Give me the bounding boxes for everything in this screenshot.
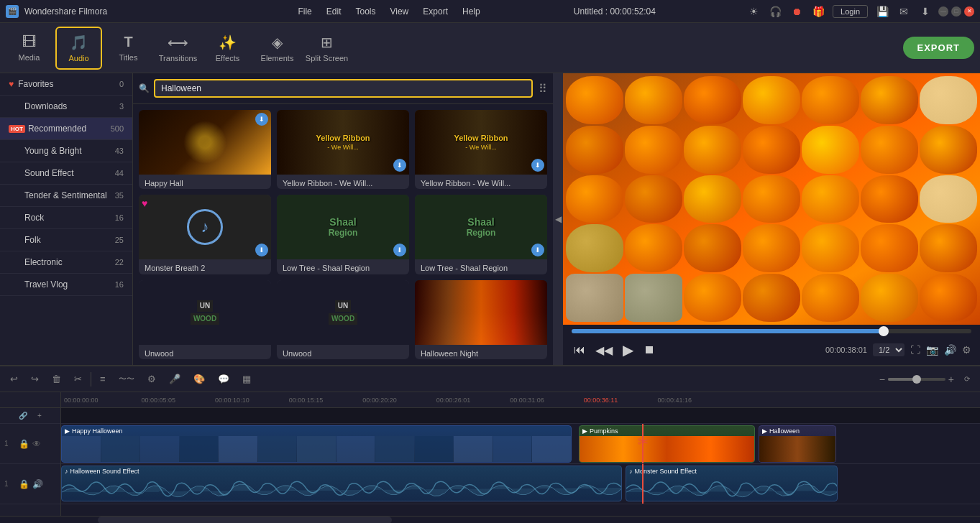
mosaic-button[interactable]: ▦ bbox=[238, 371, 255, 387]
subtitle-button[interactable]: 💬 bbox=[214, 371, 234, 387]
rewind-to-start-button[interactable]: ⏮ bbox=[572, 341, 587, 358]
sun-icon[interactable]: ☀ bbox=[746, 4, 761, 19]
stop-button[interactable]: ⏹ bbox=[641, 341, 657, 358]
category-item-folk[interactable]: Folk 25 bbox=[0, 229, 132, 251]
audio-card-yellow-ribbon-1[interactable]: Yellow Ribbon - We Will... ⬇ Yellow Ribb… bbox=[277, 110, 409, 189]
audio-card-happy-hall[interactable]: ⬇ Happy Hall bbox=[139, 110, 271, 189]
menu-file[interactable]: File bbox=[295, 5, 314, 18]
settings-preview-button[interactable]: ⚙ bbox=[962, 344, 971, 356]
tool-transitions[interactable]: ⟷ Transitions bbox=[155, 27, 201, 70]
waveform-button[interactable]: 〜〜 bbox=[114, 371, 139, 387]
tool-audio[interactable]: 🎵 Audio bbox=[55, 27, 102, 70]
cat-rock-label: Rock bbox=[24, 213, 115, 223]
audio-card-halloween-night[interactable]: Halloween Night bbox=[415, 280, 547, 359]
email-icon[interactable]: ✉ bbox=[897, 4, 911, 19]
tool-split-screen[interactable]: ⊞ Split Screen bbox=[303, 27, 350, 70]
maximize-button[interactable]: □ bbox=[951, 6, 961, 17]
delete-button[interactable]: 🗑 bbox=[47, 371, 65, 387]
pumpkin-thumbnail-bg bbox=[580, 436, 754, 462]
scrollbar-thumb[interactable] bbox=[98, 517, 392, 523]
tool-effects[interactable]: ✨ Effects bbox=[204, 27, 251, 70]
redo-button[interactable]: ↪ bbox=[27, 371, 43, 387]
close-button[interactable]: ✕ bbox=[964, 6, 974, 17]
audio-card-shaal-2[interactable]: Shaal Region ⬇ Low Tree - Shaal Region bbox=[415, 195, 547, 274]
track-lock-icon-1[interactable]: 🔒 bbox=[19, 439, 29, 449]
download-badge-1[interactable]: ⬇ bbox=[255, 113, 268, 126]
category-item-rock[interactable]: Rock 16 bbox=[0, 207, 132, 229]
category-item-travel-vlog[interactable]: Travel Vlog 16 bbox=[0, 274, 132, 296]
audio-clip-halloween-sound[interactable]: ♪ Halloween Sound Effect bbox=[61, 466, 622, 501]
snap-button[interactable]: ⚙ bbox=[143, 371, 160, 387]
playhead-scissors: ✂ bbox=[642, 424, 644, 463]
panel-collapse-arrow[interactable]: ◀ bbox=[553, 73, 563, 365]
menu-export[interactable]: Export bbox=[420, 5, 451, 18]
zoom-thumb[interactable] bbox=[912, 375, 921, 384]
tool-titles[interactable]: T Titles bbox=[105, 27, 152, 70]
step-back-button[interactable]: ◀◀ bbox=[593, 341, 615, 359]
zoom-bar[interactable] bbox=[888, 378, 945, 381]
hot-badge: HOT bbox=[9, 125, 25, 133]
download-badge-3[interactable]: ⬇ bbox=[531, 159, 544, 172]
audio-card-yellow-ribbon-2[interactable]: Yellow Ribbon - We Will... ⬇ Yellow Ribb… bbox=[415, 110, 547, 189]
download-icon[interactable]: ⬇ bbox=[918, 4, 933, 19]
timeline-scrollbar[interactable] bbox=[0, 516, 980, 523]
zoom-in-button[interactable]: + bbox=[948, 374, 954, 385]
menu-help[interactable]: Help bbox=[459, 5, 483, 18]
category-item-downloads[interactable]: Downloads 3 bbox=[0, 96, 132, 118]
gift-icon[interactable]: 🎁 bbox=[811, 4, 825, 19]
progress-bar-container[interactable] bbox=[572, 329, 971, 333]
audio-clip-monster-sound[interactable]: ♪ Monster Sound Effect bbox=[626, 466, 838, 501]
ratio-select[interactable]: 1/2 1/1 1/4 bbox=[873, 343, 905, 356]
audio-playhead bbox=[642, 464, 644, 504]
menu-view[interactable]: View bbox=[387, 5, 411, 18]
download-badge-2[interactable]: ⬇ bbox=[393, 159, 406, 172]
category-item-favorites[interactable]: ♥ Favorites 0 bbox=[0, 73, 132, 96]
record-voiceover-button[interactable]: 🎤 bbox=[165, 371, 185, 387]
audio-track-volume-icon-1[interactable]: 🔊 bbox=[32, 479, 43, 489]
export-button[interactable]: EXPORT bbox=[903, 37, 974, 59]
halloween-thumbnail-bg bbox=[759, 436, 835, 462]
category-item-tender[interactable]: Tender & Sentimental 35 bbox=[0, 185, 132, 207]
headphones-icon[interactable]: 🎧 bbox=[768, 4, 782, 19]
video-clip-happy-halloween[interactable]: ▶ Happy Halloween bbox=[61, 425, 572, 463]
undo-button[interactable]: ↩ bbox=[6, 371, 22, 387]
tool-elements[interactable]: ◈ Elements bbox=[254, 27, 301, 70]
menu-edit[interactable]: Edit bbox=[324, 5, 344, 18]
audio-card-monster-breath[interactable]: ♥ ♪ ⬇ Monster Breath 2 bbox=[139, 195, 271, 274]
minimize-button[interactable]: — bbox=[938, 6, 948, 17]
toolbar-separator-1 bbox=[91, 372, 91, 387]
add-media-track-button[interactable]: + bbox=[35, 411, 45, 420]
audio-mixer-button[interactable]: ≡ bbox=[96, 371, 110, 387]
screenshot-button[interactable]: 📷 bbox=[926, 344, 938, 356]
menu-tools[interactable]: Tools bbox=[352, 5, 378, 18]
tool-media[interactable]: 🎞 Media bbox=[6, 27, 52, 70]
add-track-link-button[interactable]: 🔗 bbox=[16, 411, 30, 420]
progress-bar-thumb[interactable] bbox=[879, 326, 889, 336]
save-icon[interactable]: 💾 bbox=[875, 4, 889, 19]
search-input[interactable] bbox=[154, 79, 533, 98]
audio-label: Audio bbox=[68, 54, 88, 63]
color-match-button[interactable]: 🎨 bbox=[189, 371, 209, 387]
timeline-ruler-area: 00:00:00:00 00:00:05:05 00:00:10:10 00:0… bbox=[61, 392, 980, 516]
video-clip-halloween[interactable]: ▶ Halloween bbox=[759, 425, 836, 463]
category-item-recommended[interactable]: HOT Recommended 500 bbox=[0, 118, 132, 140]
cut-button[interactable]: ✂ bbox=[70, 371, 86, 387]
play-pause-button[interactable]: ▶ bbox=[620, 339, 636, 361]
zoom-out-button[interactable]: − bbox=[879, 374, 885, 385]
login-button[interactable]: Login bbox=[833, 5, 868, 18]
volume-button[interactable]: 🔊 bbox=[944, 344, 956, 356]
fit-to-screen-button[interactable]: ⟳ bbox=[960, 373, 974, 385]
video-clip-pumpkins[interactable]: ▶ Pumpkins bbox=[579, 425, 755, 463]
track-add-row: 🔗 + bbox=[0, 408, 60, 424]
category-item-sound-effect[interactable]: Sound Effect 44 bbox=[0, 162, 132, 185]
audio-card-shaal-1[interactable]: Shaal Region ⬇ Low Tree - Shaal Region bbox=[277, 195, 409, 274]
category-item-young-bright[interactable]: Young & Bright 43 bbox=[0, 140, 132, 162]
track-visibility-icon-1[interactable]: 👁 bbox=[32, 439, 41, 449]
audio-card-unwood-2[interactable]: UN WOOD Unwood bbox=[277, 280, 409, 359]
audio-card-unwood-1[interactable]: UN WOOD Unwood bbox=[139, 280, 271, 359]
category-item-electronic[interactable]: Electronic 22 bbox=[0, 251, 132, 274]
record-icon[interactable]: ⏺ bbox=[789, 4, 804, 19]
audio-track-lock-icon-1[interactable]: 🔒 bbox=[19, 479, 29, 489]
fullscreen-preview-button[interactable]: ⛶ bbox=[910, 344, 920, 356]
grid-view-icon[interactable]: ⠿ bbox=[539, 82, 547, 96]
